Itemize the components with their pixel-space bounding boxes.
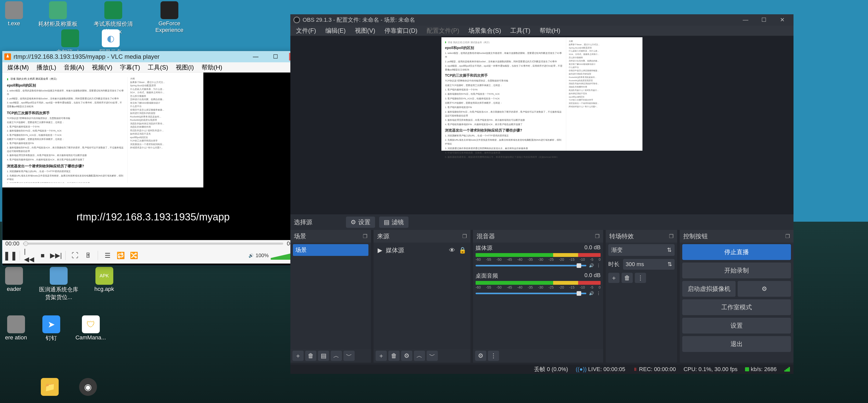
obs-menu-tools[interactable]: 工具(T) [506,25,535,36]
btn-label: 滤镜 [392,218,404,226]
source-properties-button[interactable]: ⚙ [401,351,412,361]
transition-select[interactable]: 渐变 ⇅ [608,244,675,256]
add-transition-button[interactable]: ＋ [608,273,619,283]
icon-label: CamMana... [75,334,106,341]
pause-button[interactable]: ❚❚ [5,250,16,261]
add-source-button[interactable]: ＋ [376,351,387,361]
speaker-icon[interactable]: 🔊 [589,263,594,268]
desktop-icon[interactable]: GeForce Experience [149,1,190,35]
doc-text: 1. 客户端向服务端发送FIN [7,142,124,145]
vlc-menu-media[interactable]: 媒体(M) [4,62,32,73]
audio-meter [475,253,600,257]
next-button[interactable]: ▶▶| [51,250,61,261]
mixer-menu-button[interactable]: ⋮ [488,351,499,361]
doc-text: 4. 客户端收到服务端的FIN，向服务端发送ACK，表示客户端也会断开连接了 [445,122,562,126]
transition-menu-button[interactable]: ⋮ [635,273,646,283]
scene-filter-button[interactable]: ▤ [318,351,329,361]
obs-menu-dock[interactable]: 停靠窗口(D) [380,25,422,36]
stop-streaming-button[interactable]: 停止直播 [682,244,791,260]
stepper-icon[interactable]: ⇅ [668,261,672,268]
filters-button[interactable]: ▤滤镜 [379,217,408,228]
desktop-icon[interactable]: 医润通系统仓库货架货位... [38,267,79,301]
maximize-button[interactable]: ☐ [756,15,772,25]
remove-scene-button[interactable]: 🗑 [305,351,316,361]
obs-menu-view[interactable]: 视图(V) [350,25,380,36]
minimize-button[interactable]: — [249,53,262,60]
doc-text: 在断开TCP连接时，需要使用四次挥手来断开，过程是： [445,101,562,105]
obs-menu-edit[interactable]: 编辑(E) [321,25,350,36]
move-up-button[interactable]: ︿ [331,351,342,361]
extended-settings-button[interactable]: 🎚 [83,250,94,261]
slider-knob[interactable] [24,241,28,246]
vlc-menu-video[interactable]: 视频(V) [88,62,116,73]
fullscreen-button[interactable]: ⛶ [70,250,81,261]
doc-text: 3. epoll模型，epoll和poll完全不同的，epoll是一种事件通知模… [7,101,124,108]
slider-knob[interactable] [577,291,581,296]
obs-menu-scene-collection[interactable]: 场景集合(S) [464,25,506,36]
desktop-icon[interactable]: ➤钉钉 [42,315,60,342]
mixer-advanced-button[interactable]: ⚙ [475,351,486,361]
live-status: ((●))LIVE: 00:00:05 [576,366,625,373]
prev-button[interactable]: |◀◀ [24,250,35,261]
obs-menu-file[interactable]: 文件(F) [291,25,321,36]
studio-mode-button[interactable]: 工作室模式 [682,299,791,315]
desktop-icon[interactable]: APKhcg.apk [94,267,114,301]
remove-source-button[interactable]: 🗑 [388,351,400,361]
loop-button[interactable]: 🔁 [115,250,126,261]
settings-button[interactable]: 设置 [682,318,791,334]
desktop-icon-folder[interactable]: 📁 [41,378,59,396]
dock-popout-icon[interactable]: ❐ [462,233,467,239]
scene-item-active[interactable]: 场景 [293,244,368,256]
playlist-button[interactable]: ☰ [102,250,113,261]
vlc-titlebar[interactable]: rtmp://192.168.3.193:1935/myapp - VLC me… [2,51,304,62]
vlc-video-area[interactable]: ▮语雀 我的文档·文档库 测试面金库（拷贝） epoll和poll的区别 1. … [2,73,304,240]
lock-icon[interactable]: 🔒 [459,247,466,254]
vlc-menu-tools[interactable]: 工具(S) [144,62,172,73]
shuffle-button[interactable]: 🔀 [129,250,139,261]
desktop-icon[interactable]: eader [5,267,23,301]
slider-knob[interactable] [577,263,581,268]
volume-slider[interactable] [475,265,586,266]
start-recording-button[interactable]: 开始录制 [682,262,791,278]
visibility-icon[interactable]: 👁 [449,247,455,254]
dock-popout-icon[interactable]: ❐ [785,233,790,239]
vlc-menu-view[interactable]: 视图(I) [172,62,197,73]
doc-text: 2. 服务端接收到SYN后，给客户端发送一个SYN_ACK [7,129,124,133]
virtual-cam-settings-button[interactable]: ⚙ [738,281,791,297]
obs-preview-area[interactable]: ▮语雀 我的文档·文档库 测试面金库（拷贝） epoll和poll的区别 1. … [290,36,794,214]
vlc-menu-playback[interactable]: 播放(L) [33,62,60,73]
rec-status: ⏸REC: 00:00:00 [633,366,676,373]
desktop-icon[interactable]: ere ation [5,315,27,342]
vlc-menu-audio[interactable]: 音频(A) [60,62,88,73]
dock-popout-icon[interactable]: ❐ [363,233,367,239]
move-down-button[interactable]: ﹀ [427,351,438,361]
obs-menu-help[interactable]: 帮助(H) [535,25,565,36]
close-button[interactable]: ✕ [774,15,790,25]
source-item[interactable]: ▶ 媒体源 👁 🔒 [376,244,468,256]
move-up-button[interactable]: ︿ [414,351,425,361]
volume-icon[interactable]: 🔊 [249,253,254,258]
dock-popout-icon[interactable]: ❐ [669,233,674,239]
minimize-button[interactable]: — [737,15,754,25]
dock-popout-icon[interactable]: ❐ [595,233,599,239]
move-down-button[interactable]: ﹀ [343,351,355,361]
start-virtual-cam-button[interactable]: 启动虚拟摄像机 [682,281,736,297]
more-icon[interactable]: ⋮ [596,291,600,296]
add-scene-button[interactable]: ＋ [292,351,304,361]
maximize-button[interactable]: ☐ [269,53,282,60]
stop-button[interactable]: ■ [37,250,48,261]
vlc-menu-subtitle[interactable]: 字幕(T) [116,62,144,73]
volume-slider[interactable] [475,293,586,294]
more-icon[interactable]: ⋮ [596,263,600,268]
obs-menu-profile[interactable]: 配置文件(P) [422,25,464,36]
remove-transition-button[interactable]: 🗑 [622,273,633,283]
vlc-progress-slider[interactable] [23,242,283,244]
exit-button[interactable]: 退出 [682,336,791,352]
obs-titlebar[interactable]: OBS 29.1.3 - 配置文件: 未命名 - 场景: 未命名 — ☐ ✕ [290,14,794,26]
vlc-menu-help[interactable]: 帮助(H) [198,62,226,73]
desktop-icon[interactable]: 🛡CamMana... [75,315,106,342]
speaker-icon[interactable]: 🔊 [589,291,594,296]
properties-button[interactable]: ⚙设置 [346,217,375,228]
duration-input[interactable]: 300 ms ⇅ [623,259,675,270]
desktop-icon-obs[interactable]: ◉ [79,378,97,396]
